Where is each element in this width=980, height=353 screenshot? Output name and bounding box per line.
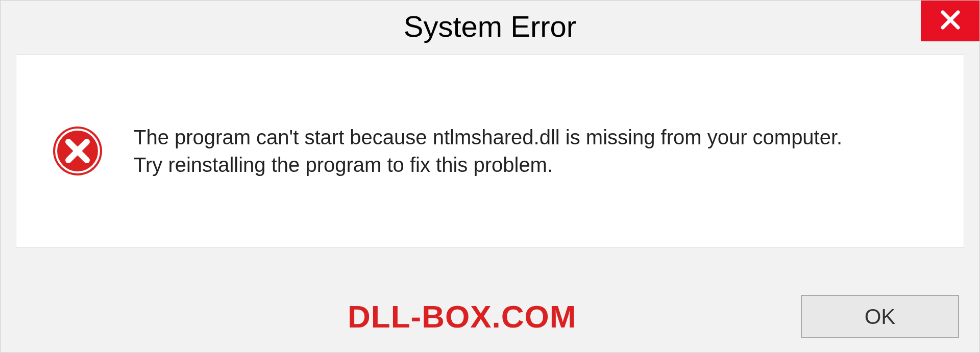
ok-button[interactable]: OK bbox=[801, 295, 959, 338]
error-message: The program can't start because ntlmshar… bbox=[134, 123, 874, 179]
message-panel: The program can't start because ntlmshar… bbox=[16, 54, 964, 248]
titlebar: System Error bbox=[1, 1, 979, 52]
close-button[interactable] bbox=[921, 1, 979, 41]
watermark-text: DLL-BOX.COM bbox=[348, 298, 576, 335]
dialog-title: System Error bbox=[404, 9, 576, 43]
dialog-footer: DLL-BOX.COM OK bbox=[1, 295, 979, 338]
close-icon bbox=[940, 10, 961, 32]
error-icon bbox=[52, 125, 103, 176]
